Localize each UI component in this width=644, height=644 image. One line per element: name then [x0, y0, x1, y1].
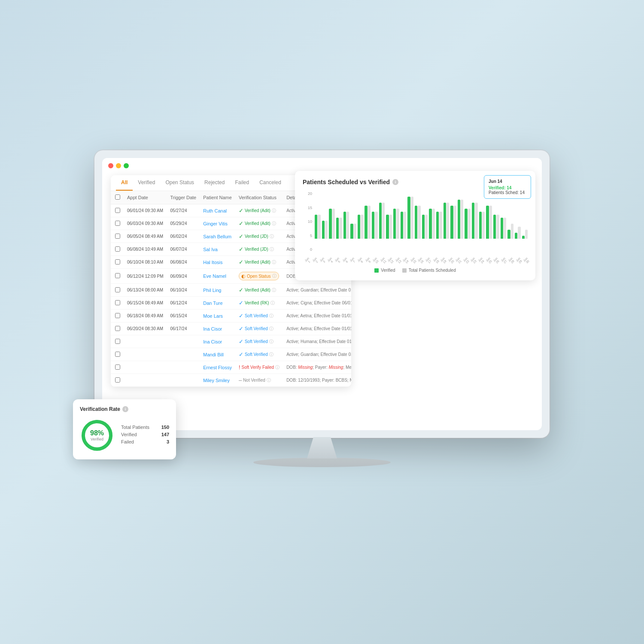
- row-checkbox[interactable]: [115, 339, 120, 344]
- tooltip-patients: Patients Sched: 14: [489, 190, 526, 195]
- verification-status: ✓ Verified (Adit) ⓘ: [235, 256, 283, 269]
- patient-name[interactable]: Ruth Canal: [200, 204, 235, 217]
- row-checkbox[interactable]: [115, 313, 120, 318]
- bar-group[interactable]: [522, 230, 528, 239]
- row-checkbox[interactable]: [115, 287, 120, 292]
- verification-status: ✓ Soft Verified ⓘ: [235, 322, 283, 335]
- bar-total: [354, 224, 356, 239]
- bar-group[interactable]: [407, 197, 413, 239]
- bar-group[interactable]: [329, 209, 335, 239]
- bar-total: [496, 215, 499, 239]
- bar-group[interactable]: [501, 218, 507, 239]
- bar-group[interactable]: [486, 206, 492, 239]
- tab-all[interactable]: All: [116, 175, 133, 191]
- details: Active; Aetna; Effective Date 01/01/24; …: [283, 322, 351, 335]
- bar-group[interactable]: [350, 224, 356, 239]
- bar-verified: [379, 203, 382, 239]
- legend-verified: Verified: [374, 268, 395, 273]
- x-labels: Jun 1Jun 2Jun 3Jun 4Jun 5Jun 6Jun 7Jun 8…: [303, 258, 528, 264]
- traffic-light-red[interactable]: [108, 163, 113, 168]
- row-checkbox[interactable]: [115, 259, 120, 264]
- row-checkbox[interactable]: [115, 234, 120, 239]
- card-info-icon[interactable]: i: [122, 406, 128, 412]
- tab-rejected[interactable]: Rejected: [199, 175, 230, 191]
- bar-group[interactable]: [465, 209, 471, 239]
- bar-group[interactable]: [393, 209, 399, 239]
- bar-group[interactable]: [472, 203, 478, 239]
- patient-name[interactable]: Hal Itosis: [200, 256, 235, 269]
- bar-group[interactable]: [322, 221, 328, 239]
- bar-group[interactable]: [458, 200, 464, 239]
- bar-group[interactable]: [372, 212, 378, 239]
- patient-name[interactable]: Ernest Flossy: [200, 361, 235, 374]
- bar-group[interactable]: [336, 218, 342, 239]
- bar-group[interactable]: [343, 212, 349, 239]
- bar-group[interactable]: [493, 215, 499, 239]
- appt-date: 06/01/24 09:30 AM: [124, 204, 167, 217]
- bar-group[interactable]: [365, 206, 371, 239]
- bar-verified: [343, 212, 346, 239]
- chart-info-icon[interactable]: i: [392, 179, 398, 185]
- patient-name[interactable]: Ina Cisor: [200, 322, 235, 335]
- bar-group[interactable]: [358, 215, 364, 239]
- chart-area: 0 5 10 15 20 Jun 1Jun 2Jun 3Jun 4Jun 5Ju…: [303, 191, 528, 264]
- bar-group[interactable]: [415, 206, 421, 239]
- tab-failed[interactable]: Failed: [230, 175, 254, 191]
- patient-name[interactable]: Moe Lars: [200, 310, 235, 322]
- row-checkbox[interactable]: [115, 377, 120, 383]
- monitor-screen: All Verified Open Status Rejected Failed…: [94, 150, 550, 438]
- traffic-light-yellow[interactable]: [116, 163, 121, 168]
- bar-verified: [479, 212, 482, 239]
- bar-total: [332, 209, 335, 239]
- bar-total: [475, 203, 477, 239]
- row-checkbox[interactable]: [115, 326, 120, 331]
- bar-group[interactable]: [379, 203, 385, 239]
- bar-group[interactable]: [450, 206, 456, 239]
- tab-canceled[interactable]: Canceled: [254, 175, 286, 191]
- details: DOB: 12/10/1993; Payer: BCBS; Member ID:…: [283, 374, 351, 387]
- bar-verified: [522, 236, 525, 239]
- table-row: Mandi Bill✓ Soft Verified ⓘActive; Guard…: [111, 348, 351, 361]
- appt-date: [124, 374, 167, 387]
- tab-open-status[interactable]: Open Status: [160, 175, 199, 191]
- row-checkbox[interactable]: [115, 352, 120, 357]
- patient-name[interactable]: Sarah Bellum: [200, 230, 235, 243]
- patient-name[interactable]: Dan Ture: [200, 297, 235, 310]
- row-checkbox[interactable]: [115, 273, 120, 278]
- bar-group[interactable]: [479, 212, 485, 239]
- traffic-light-green[interactable]: [124, 163, 129, 168]
- bar-group[interactable]: [429, 209, 435, 239]
- bar-group[interactable]: [386, 215, 392, 239]
- row-checkbox[interactable]: [115, 246, 120, 252]
- bar-group[interactable]: [315, 215, 321, 239]
- bar-total: [411, 197, 413, 239]
- bar-verified: [472, 203, 474, 239]
- y-axis: 0 5 10 15 20: [303, 191, 312, 252]
- patient-name[interactable]: Miley Smiley: [200, 374, 235, 387]
- table-row: 06/15/24 08:49 AM06/12/24Dan Ture✓ Verif…: [111, 297, 351, 310]
- patient-name[interactable]: Mandi Bill: [200, 348, 235, 361]
- row-checkbox[interactable]: [115, 365, 120, 370]
- bar-group[interactable]: [444, 203, 450, 239]
- bar-group[interactable]: [515, 227, 521, 239]
- row-checkbox[interactable]: [115, 208, 120, 213]
- patient-name[interactable]: Ginger Vitis: [200, 217, 235, 230]
- bar-group[interactable]: [422, 215, 428, 239]
- patient-name[interactable]: Sal Iva: [200, 243, 235, 256]
- card-content: 98% Verified Total Patients 150 Verified…: [80, 418, 169, 453]
- row-checkbox[interactable]: [115, 300, 120, 305]
- bar-group[interactable]: [507, 224, 513, 239]
- bar-group[interactable]: [401, 212, 407, 239]
- select-all-checkbox[interactable]: [115, 194, 120, 200]
- verification-status: ✓ Verified (JD) ⓘ: [235, 230, 283, 243]
- patient-name[interactable]: Eve Namel: [200, 269, 235, 284]
- row-checkbox[interactable]: [115, 221, 120, 226]
- verification-status: ✓ Verified (JD) ⓘ: [235, 243, 283, 256]
- bar-group[interactable]: [436, 212, 442, 239]
- patient-name[interactable]: Phil Ling: [200, 284, 235, 297]
- bar-total: [425, 215, 428, 239]
- bar-verified: [322, 221, 325, 239]
- patient-name[interactable]: Ina Cisor: [200, 335, 235, 348]
- verification-status: ✓ Verified (Adit) ⓘ: [235, 204, 283, 217]
- tab-verified[interactable]: Verified: [133, 175, 160, 191]
